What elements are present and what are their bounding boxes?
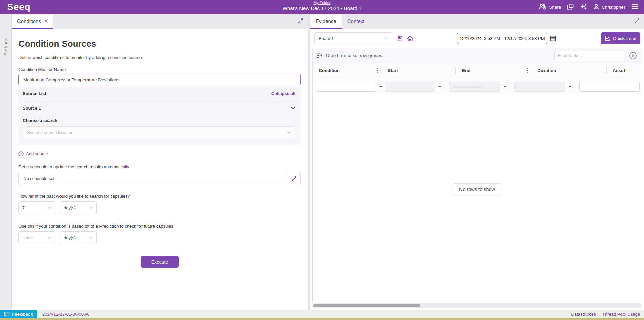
- hamburger-icon: [631, 4, 639, 10]
- worksheets-button[interactable]: [567, 4, 574, 11]
- asset-filter-input[interactable]: [579, 82, 640, 92]
- datasources-link[interactable]: Datasources: [571, 312, 596, 317]
- clear-filter-button[interactable]: [629, 52, 637, 60]
- row-groups-icon: [316, 53, 323, 58]
- tab-context[interactable]: Context: [342, 14, 370, 29]
- share-button[interactable]: Share: [538, 4, 561, 11]
- past-amount-value: 7: [22, 205, 25, 210]
- schedule-field: No schedule set: [18, 172, 301, 185]
- past-unit-select[interactable]: day(s): [60, 201, 97, 214]
- date-range-input[interactable]: 12/10/2024, 3:53 PM - 12/17/2024, 3:53 P…: [457, 33, 547, 44]
- filter-funnel-icon[interactable]: [567, 84, 573, 89]
- search-location-placeholder: Select a search location: [27, 130, 73, 135]
- quicktrend-button[interactable]: QuickTrend: [601, 32, 640, 44]
- tab-context-label: Context: [347, 18, 365, 24]
- hamburger-menu-button[interactable]: [631, 4, 639, 10]
- collapse-all-link[interactable]: Collapse all: [271, 91, 295, 96]
- add-source-label: Add source: [26, 151, 48, 156]
- source-list-header: Source List: [23, 91, 46, 96]
- tab-conditions[interactable]: Conditions: [12, 14, 53, 29]
- edit-schedule-button[interactable]: [287, 172, 300, 185]
- column-header-duration[interactable]: Duration: [531, 63, 607, 78]
- user-icon: [593, 4, 599, 11]
- circle-plus-icon: [18, 151, 24, 156]
- future-amount-placeholder: select: [22, 235, 34, 240]
- home-button[interactable]: [407, 35, 414, 42]
- user-menu[interactable]: Christopher: [593, 4, 625, 11]
- row-groups-hint: Drag here to set row groups: [326, 53, 382, 58]
- expand-left-panel-icon[interactable]: [297, 18, 304, 25]
- column-header-condition[interactable]: Condition: [313, 63, 381, 78]
- schedule-value: No schedule set: [19, 176, 287, 181]
- source-1-toggle[interactable]: Source 1: [23, 106, 295, 111]
- choose-search-label: Choose a search: [23, 118, 295, 123]
- past-amount-select[interactable]: 7: [18, 201, 55, 214]
- expand-right-panel-icon[interactable]: [634, 18, 641, 25]
- column-header-end[interactable]: End: [456, 63, 531, 78]
- chevron-down-icon[interactable]: [291, 107, 295, 110]
- table-header-row: Condition Start End Duration Asset: [313, 63, 642, 78]
- column-header-asset[interactable]: Asset: [607, 63, 642, 78]
- row-groups-dropzone[interactable]: Drag here to set row groups: [313, 48, 642, 63]
- column-menu-icon[interactable]: [452, 68, 453, 73]
- chevron-down-icon: [287, 131, 291, 134]
- board-select[interactable]: Board 1: [314, 32, 392, 44]
- breadcrumb-my-folder[interactable]: My Folder: [283, 1, 362, 5]
- circle-x-icon: [629, 52, 637, 60]
- filter-funnel-icon[interactable]: [502, 84, 508, 89]
- conditions-panel: Conditions Condition Sources Define whic…: [12, 14, 308, 310]
- speech-bubble-icon: [4, 312, 10, 317]
- column-menu-icon[interactable]: [603, 68, 604, 73]
- condition-filter-input[interactable]: [316, 82, 376, 92]
- add-source-link[interactable]: Add source: [18, 151, 301, 156]
- calendar-icon: [550, 35, 556, 41]
- tab-conditions-label: Conditions: [17, 18, 41, 24]
- start-filter-input: [385, 82, 435, 92]
- board-select-value: Board 1: [319, 36, 334, 41]
- execute-button[interactable]: Execute: [141, 256, 179, 268]
- tab-evidence-label: Evidence: [316, 18, 336, 24]
- evidence-toolbar: Board 1 12/10/2024, 3:53 PM - 12/17/2024…: [310, 29, 644, 48]
- past-search-label: How far in the past would you like to se…: [18, 194, 301, 199]
- link-separator: |: [599, 312, 600, 317]
- monitor-name-label: Condition Monitor Name: [18, 67, 301, 72]
- tab-evidence[interactable]: Evidence: [310, 14, 342, 29]
- future-amount-select[interactable]: select: [18, 231, 55, 244]
- calendar-button[interactable]: [550, 35, 556, 41]
- page-title: Condition Sources: [18, 39, 301, 49]
- column-header-start[interactable]: Start: [381, 63, 456, 78]
- chevron-down-icon: [384, 37, 388, 40]
- chevron-down-icon: [89, 206, 93, 209]
- settings-sidebar[interactable]: Settings: [0, 14, 12, 310]
- thread-pool-usage-link[interactable]: Thread Pool Usage: [602, 312, 640, 317]
- source-item: Source 1 Choose a search Select a search…: [18, 101, 301, 145]
- future-unit-value: day(s): [64, 235, 76, 240]
- source-1-title: Source 1: [23, 106, 41, 111]
- feedback-label: Feedback: [12, 312, 33, 317]
- scrollbar-thumb[interactable]: [313, 304, 420, 307]
- feedback-button[interactable]: Feedback: [0, 310, 37, 318]
- ai-assistant-button[interactable]: [580, 3, 587, 11]
- evidence-table: Drag here to set row groups Condition St…: [312, 48, 642, 303]
- home-icon: [407, 35, 414, 42]
- filter-funnel-icon[interactable]: [437, 84, 442, 89]
- future-unit-select[interactable]: day(s): [60, 231, 97, 244]
- source-list-section: Source List Collapse all Source 1 Choose…: [18, 87, 301, 145]
- status-bar: Feedback 2024-12-17-01-30-00.v0 Datasour…: [0, 310, 644, 320]
- workbook-title: What's New Dec 17 2024 - Board 1: [283, 5, 362, 11]
- seeq-logo: Seeq: [7, 2, 31, 12]
- close-icon[interactable]: [44, 19, 48, 23]
- version-text: 2024-12-17-01-30-00.v0: [42, 312, 89, 317]
- end-filter-input: [449, 82, 500, 92]
- column-menu-icon[interactable]: [377, 68, 378, 73]
- save-board-button[interactable]: [396, 35, 403, 42]
- monitor-name-input[interactable]: [18, 74, 301, 85]
- panel-divider[interactable]: [308, 14, 310, 310]
- column-menu-icon[interactable]: [527, 68, 528, 73]
- top-bar: Seeq My Folder What's New Dec 17 2024 - …: [0, 0, 644, 14]
- page-subtitle: Define which conditions to monitor by ad…: [18, 55, 301, 60]
- horizontal-scrollbar[interactable]: [312, 303, 642, 308]
- search-location-select[interactable]: Select a search location: [23, 126, 295, 138]
- filter-table-input[interactable]: [554, 51, 625, 61]
- duration-filter-input: [514, 82, 565, 92]
